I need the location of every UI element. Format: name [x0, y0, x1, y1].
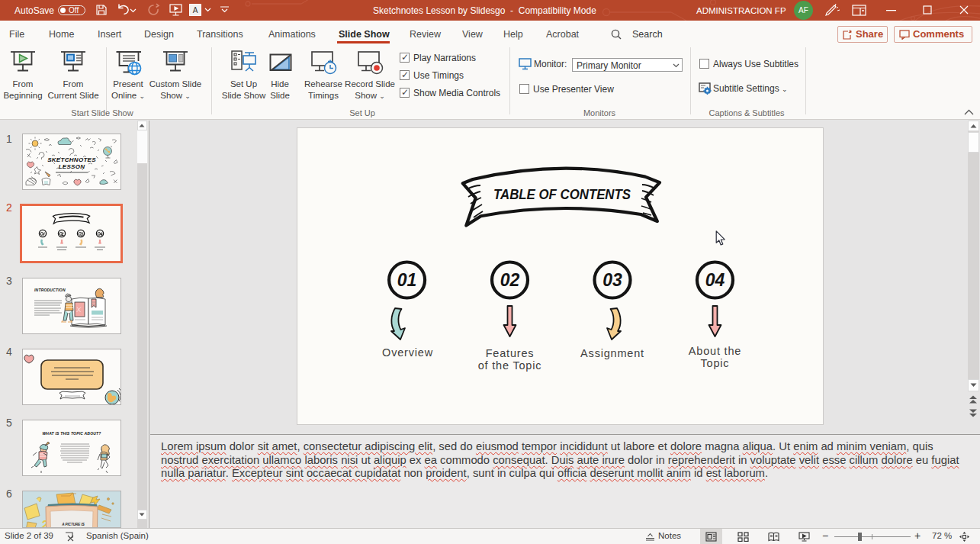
- svg-text:Features: Features: [486, 347, 535, 359]
- svg-text:About the: About the: [689, 345, 741, 357]
- svg-text:of the Topic: of the Topic: [478, 359, 542, 372]
- svg-text:LESSON: LESSON: [59, 163, 85, 170]
- svg-text:INTRODUCTION: INTRODUCTION: [34, 288, 66, 292]
- svg-text:A PICTURE IS: A PICTURE IS: [61, 523, 85, 526]
- svg-text:Assignment: Assignment: [580, 347, 644, 359]
- svg-text:TABLE OF CONTENTS: TABLE OF CONTENTS: [493, 187, 631, 202]
- svg-text:01: 01: [397, 270, 417, 290]
- svg-text:03: 03: [602, 270, 622, 290]
- svg-text:WHAT IS THIS TOPIC ABOUT?: WHAT IS THIS TOPIC ABOUT?: [42, 431, 101, 436]
- svg-text:Overview: Overview: [382, 346, 433, 359]
- svg-text:SKETCHNOTES: SKETCHNOTES: [47, 156, 96, 163]
- svg-text:02: 02: [500, 270, 520, 290]
- svg-text:Topic: Topic: [701, 357, 730, 369]
- svg-text:04: 04: [705, 270, 725, 290]
